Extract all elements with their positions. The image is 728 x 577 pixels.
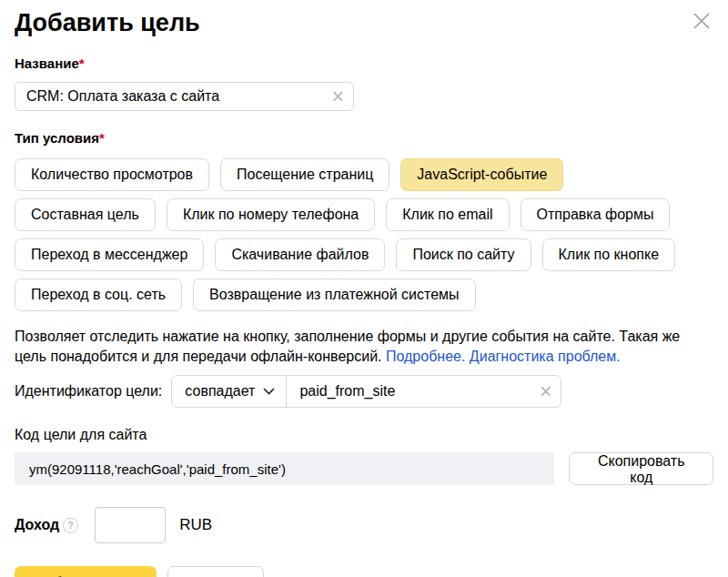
goal-code-label: Код цели для сайта: [15, 427, 713, 443]
condition-type-chip[interactable]: Составная цель: [15, 198, 156, 231]
page-title: Добавить цель: [15, 9, 713, 36]
clear-name-icon[interactable]: ×: [332, 86, 344, 107]
link-more[interactable]: Подробнее.: [386, 349, 465, 364]
add-goal-dialog: Добавить цель Название* × Тип условия* К…: [0, 0, 728, 577]
description-text: Позволяет отследить нажатие на кнопку, з…: [15, 327, 713, 367]
condition-type-chip[interactable]: Переход в мессенджер: [15, 238, 204, 271]
link-diagnostics[interactable]: Диагностика проблем.: [470, 349, 621, 364]
cancel-button[interactable]: Отмена: [167, 566, 263, 577]
condition-type-chip[interactable]: Количество просмотров: [15, 158, 209, 191]
goal-code-row: ym(92091118,'reachGoal','paid_from_site'…: [15, 452, 713, 485]
goal-name-input[interactable]: [26, 88, 327, 105]
clear-identifier-icon[interactable]: ×: [540, 381, 551, 402]
match-condition-value: совпадает: [185, 383, 255, 400]
chevron-down-icon: [263, 388, 275, 395]
close-button[interactable]: [690, 9, 713, 33]
goal-identifier-input-wrap: ×: [286, 375, 561, 408]
copy-code-button[interactable]: Скопировать код: [569, 452, 713, 485]
required-asterisk: *: [79, 56, 85, 71]
currency-label: RUB: [179, 516, 212, 534]
required-asterisk: *: [99, 130, 105, 146]
goal-name-input-wrap: ×: [15, 82, 354, 111]
condition-type-chip[interactable]: Клик по кнопке: [542, 238, 676, 271]
condition-type-chip[interactable]: Отправка формы: [521, 198, 671, 231]
revenue-input[interactable]: [95, 507, 166, 543]
condition-type-chip[interactable]: Клик по email: [386, 198, 509, 231]
revenue-label: Доход: [15, 517, 59, 533]
goal-identifier-label: Идентификатор цели:: [15, 383, 162, 400]
condition-type-chip[interactable]: Поиск по сайту: [396, 238, 531, 271]
condition-type-chip[interactable]: Клик по номеру телефона: [167, 198, 375, 231]
add-goal-button[interactable]: Добавить цель: [15, 566, 157, 577]
close-icon: [692, 11, 712, 31]
condition-type-chip[interactable]: Возвращение из платежной системы: [193, 278, 475, 311]
goal-identifier-input[interactable]: [299, 383, 534, 400]
condition-type-chip[interactable]: Скачивание файлов: [215, 238, 385, 271]
revenue-row: Доход ? RUB: [15, 507, 713, 543]
condition-type-chip[interactable]: Посещение страниц: [220, 158, 389, 191]
dialog-actions: Добавить цель Отмена: [15, 566, 713, 577]
goal-code-snippet: ym(92091118,'reachGoal','paid_from_site'…: [15, 452, 554, 485]
condition-type-chip[interactable]: Переход в соц. сеть: [15, 278, 182, 311]
help-icon[interactable]: ?: [63, 518, 78, 533]
match-condition-select[interactable]: совпадает: [171, 375, 287, 408]
condition-type-chip[interactable]: JavaScript-событие: [400, 158, 563, 191]
condition-type-label: Тип условия*: [15, 130, 713, 146]
name-field-label: Название*: [15, 56, 713, 71]
condition-type-chip-list: Количество просмотров Посещение страниц …: [15, 158, 713, 311]
goal-identifier-row: Идентификатор цели: совпадает ×: [15, 375, 713, 408]
